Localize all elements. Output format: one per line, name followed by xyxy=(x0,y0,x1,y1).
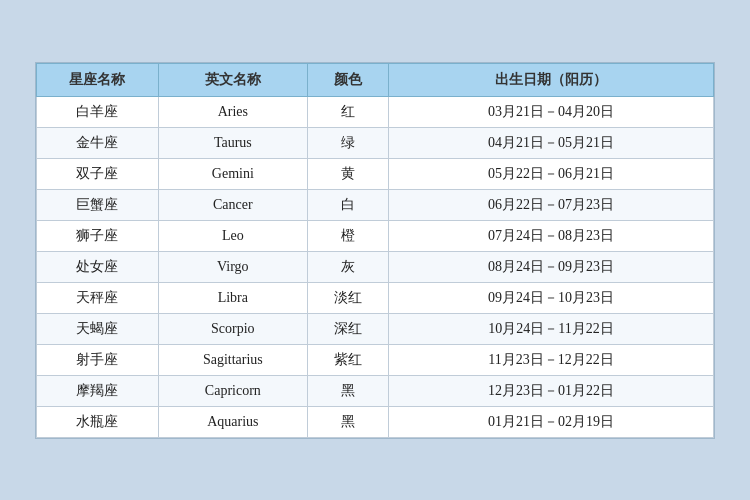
cell-zh: 处女座 xyxy=(37,251,159,282)
cell-color: 橙 xyxy=(307,220,388,251)
cell-zh: 白羊座 xyxy=(37,96,159,127)
cell-zh: 巨蟹座 xyxy=(37,189,159,220)
cell-zh: 金牛座 xyxy=(37,127,159,158)
cell-color: 红 xyxy=(307,96,388,127)
table-row: 狮子座Leo橙07月24日－08月23日 xyxy=(37,220,714,251)
header-en: 英文名称 xyxy=(158,63,307,96)
zodiac-table-container: 星座名称 英文名称 颜色 出生日期（阳历） 白羊座Aries红03月21日－04… xyxy=(35,62,715,439)
table-row: 双子座Gemini黄05月22日－06月21日 xyxy=(37,158,714,189)
cell-date: 10月24日－11月22日 xyxy=(389,313,714,344)
cell-en: Libra xyxy=(158,282,307,313)
table-row: 摩羯座Capricorn黑12月23日－01月22日 xyxy=(37,375,714,406)
table-row: 水瓶座Aquarius黑01月21日－02月19日 xyxy=(37,406,714,437)
cell-date: 01月21日－02月19日 xyxy=(389,406,714,437)
table-header-row: 星座名称 英文名称 颜色 出生日期（阳历） xyxy=(37,63,714,96)
cell-en: Virgo xyxy=(158,251,307,282)
table-row: 天秤座Libra淡红09月24日－10月23日 xyxy=(37,282,714,313)
cell-date: 11月23日－12月22日 xyxy=(389,344,714,375)
cell-date: 06月22日－07月23日 xyxy=(389,189,714,220)
table-row: 射手座Sagittarius紫红11月23日－12月22日 xyxy=(37,344,714,375)
cell-date: 04月21日－05月21日 xyxy=(389,127,714,158)
header-date: 出生日期（阳历） xyxy=(389,63,714,96)
cell-en: Gemini xyxy=(158,158,307,189)
cell-en: Aquarius xyxy=(158,406,307,437)
cell-en: Sagittarius xyxy=(158,344,307,375)
cell-color: 紫红 xyxy=(307,344,388,375)
table-row: 处女座Virgo灰08月24日－09月23日 xyxy=(37,251,714,282)
cell-en: Leo xyxy=(158,220,307,251)
cell-zh: 水瓶座 xyxy=(37,406,159,437)
cell-date: 05月22日－06月21日 xyxy=(389,158,714,189)
cell-date: 07月24日－08月23日 xyxy=(389,220,714,251)
table-row: 巨蟹座Cancer白06月22日－07月23日 xyxy=(37,189,714,220)
zodiac-table: 星座名称 英文名称 颜色 出生日期（阳历） 白羊座Aries红03月21日－04… xyxy=(36,63,714,438)
cell-zh: 狮子座 xyxy=(37,220,159,251)
cell-en: Taurus xyxy=(158,127,307,158)
cell-zh: 双子座 xyxy=(37,158,159,189)
header-zh: 星座名称 xyxy=(37,63,159,96)
table-body: 白羊座Aries红03月21日－04月20日金牛座Taurus绿04月21日－0… xyxy=(37,96,714,437)
cell-en: Aries xyxy=(158,96,307,127)
cell-color: 黑 xyxy=(307,375,388,406)
cell-zh: 射手座 xyxy=(37,344,159,375)
cell-en: Scorpio xyxy=(158,313,307,344)
cell-color: 绿 xyxy=(307,127,388,158)
cell-zh: 天秤座 xyxy=(37,282,159,313)
table-row: 白羊座Aries红03月21日－04月20日 xyxy=(37,96,714,127)
cell-en: Capricorn xyxy=(158,375,307,406)
cell-date: 12月23日－01月22日 xyxy=(389,375,714,406)
cell-date: 03月21日－04月20日 xyxy=(389,96,714,127)
cell-zh: 天蝎座 xyxy=(37,313,159,344)
cell-zh: 摩羯座 xyxy=(37,375,159,406)
header-color: 颜色 xyxy=(307,63,388,96)
cell-color: 灰 xyxy=(307,251,388,282)
cell-color: 黄 xyxy=(307,158,388,189)
cell-date: 09月24日－10月23日 xyxy=(389,282,714,313)
table-row: 金牛座Taurus绿04月21日－05月21日 xyxy=(37,127,714,158)
cell-color: 白 xyxy=(307,189,388,220)
cell-color: 黑 xyxy=(307,406,388,437)
cell-en: Cancer xyxy=(158,189,307,220)
cell-color: 淡红 xyxy=(307,282,388,313)
cell-color: 深红 xyxy=(307,313,388,344)
cell-date: 08月24日－09月23日 xyxy=(389,251,714,282)
table-row: 天蝎座Scorpio深红10月24日－11月22日 xyxy=(37,313,714,344)
